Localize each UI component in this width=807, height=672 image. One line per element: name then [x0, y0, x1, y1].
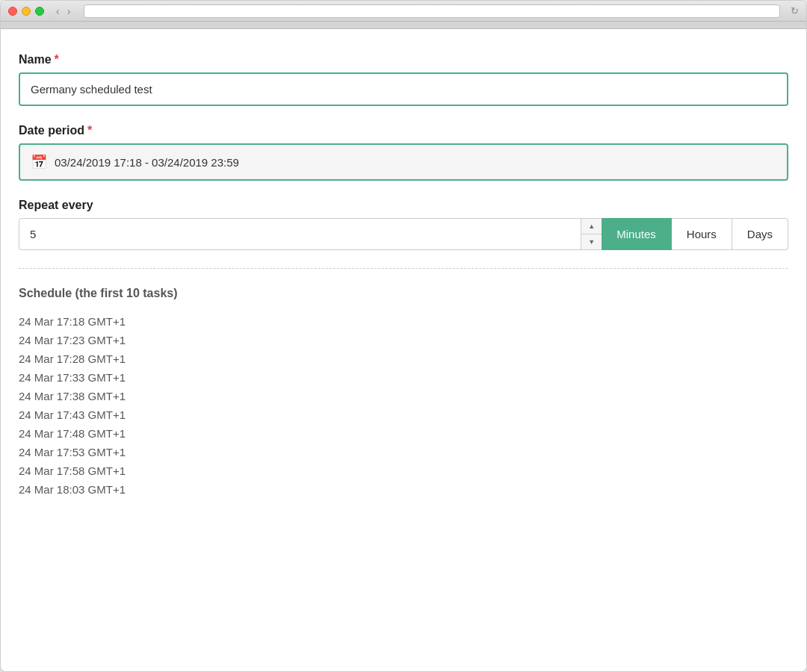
schedule-item: 24 Mar 17:58 GMT+1	[19, 461, 788, 480]
spin-up-button[interactable]: ▲	[581, 219, 602, 234]
schedule-item: 24 Mar 17:18 GMT+1	[19, 312, 788, 331]
schedule-item: 24 Mar 18:03 GMT+1	[19, 480, 788, 499]
repeat-row: ▲ ▼ Minutes Hours Days	[19, 218, 788, 250]
address-bar[interactable]	[84, 4, 780, 18]
schedule-item: 24 Mar 17:53 GMT+1	[19, 443, 788, 461]
calendar-icon: 📅	[31, 154, 47, 170]
unit-buttons: Minutes Hours Days	[602, 218, 788, 250]
unit-minutes-button[interactable]: Minutes	[602, 218, 672, 250]
schedule-item: 24 Mar 17:38 GMT+1	[19, 387, 788, 405]
name-input[interactable]	[19, 72, 788, 106]
maximize-button[interactable]	[35, 7, 44, 16]
name-label-text: Name	[19, 53, 52, 66]
schedule-item: 24 Mar 17:48 GMT+1	[19, 424, 788, 443]
browser-window: ‹ › ↻ Name * Date period * 📅 03	[0, 0, 807, 672]
schedule-section: Schedule (the first 10 tasks) 24 Mar 17:…	[19, 287, 788, 499]
unit-hours-button[interactable]: Hours	[672, 218, 732, 250]
minimize-button[interactable]	[22, 7, 31, 16]
close-button[interactable]	[8, 7, 17, 16]
number-input-wrapper: ▲ ▼	[19, 218, 602, 250]
schedule-item: 24 Mar 17:43 GMT+1	[19, 405, 788, 424]
repeat-number-input[interactable]	[19, 219, 602, 249]
name-required-star: *	[55, 53, 59, 66]
title-bar: ‹ › ↻	[1, 1, 806, 22]
forward-button[interactable]: ›	[64, 4, 74, 19]
url-input[interactable]	[89, 7, 775, 16]
nav-buttons: ‹ ›	[53, 4, 73, 19]
date-picker[interactable]: 📅 03/24/2019 17:18 - 03/24/2019 23:59	[19, 143, 788, 181]
content-area: Name * Date period * 📅 03/24/2019 17:18 …	[1, 29, 806, 671]
repeat-label-text: Repeat every	[19, 199, 93, 212]
back-button[interactable]: ‹	[53, 4, 63, 19]
schedule-list: 24 Mar 17:18 GMT+124 Mar 17:23 GMT+124 M…	[19, 312, 788, 499]
schedule-label: Schedule (the first 10 tasks)	[19, 287, 788, 300]
tab-bar	[1, 22, 806, 29]
repeat-label: Repeat every	[19, 199, 788, 212]
spin-buttons: ▲ ▼	[581, 219, 602, 249]
name-field-group: Name *	[19, 53, 788, 106]
refresh-button[interactable]: ↻	[791, 5, 799, 16]
name-label: Name *	[19, 53, 788, 66]
date-label-text: Date period	[19, 124, 84, 137]
spin-down-button[interactable]: ▼	[581, 234, 602, 249]
date-value-text: 03/24/2019 17:18 - 03/24/2019 23:59	[55, 156, 239, 169]
date-required-star: *	[87, 124, 92, 137]
date-field-group: Date period * 📅 03/24/2019 17:18 - 03/24…	[19, 124, 788, 181]
schedule-item: 24 Mar 17:23 GMT+1	[19, 331, 788, 349]
repeat-field-group: Repeat every ▲ ▼ Minutes Hours Days	[19, 199, 788, 250]
schedule-item: 24 Mar 17:28 GMT+1	[19, 349, 788, 368]
section-divider	[19, 268, 788, 269]
date-label: Date period *	[19, 124, 788, 137]
unit-days-button[interactable]: Days	[732, 218, 788, 250]
schedule-item: 24 Mar 17:33 GMT+1	[19, 368, 788, 387]
